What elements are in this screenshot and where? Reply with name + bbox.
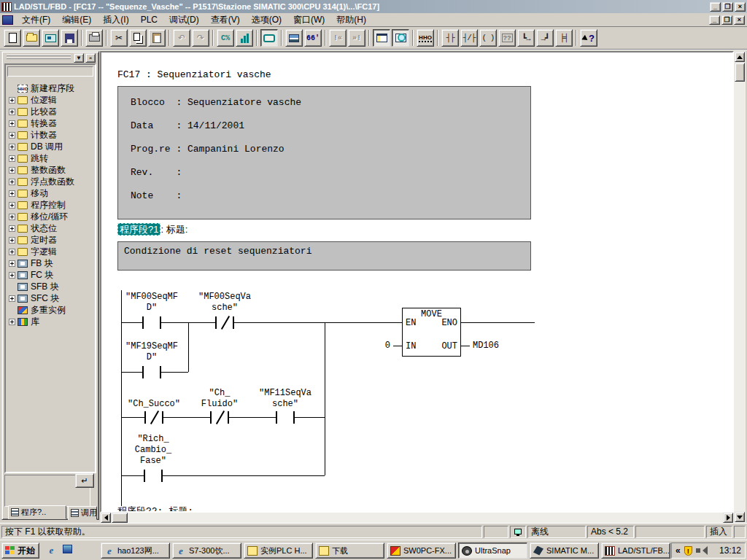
tree-item-float-math[interactable]: 浮点数函数 <box>7 176 95 187</box>
insert-coil-button[interactable]: ( ) <box>479 29 497 47</box>
open-button[interactable] <box>23 29 40 47</box>
close-button[interactable]: × <box>735 2 746 12</box>
new-button[interactable] <box>4 29 21 47</box>
tree-item-jump[interactable]: 跳转 <box>7 152 95 164</box>
insert-connector-button[interactable]: ╞╡ <box>555 29 573 47</box>
dock-close-button[interactable]: × <box>85 53 96 63</box>
expand-icon[interactable] <box>9 190 15 197</box>
horizontal-scrollbar[interactable] <box>100 513 734 523</box>
nc-contact-ch-succo[interactable] <box>144 411 163 424</box>
open-station-button[interactable] <box>42 29 59 47</box>
security-shield-icon[interactable]: ! <box>684 546 692 556</box>
save-button[interactable] <box>61 29 78 47</box>
volume-icon[interactable] <box>696 548 700 553</box>
menu-edit[interactable]: 编辑(E) <box>56 12 97 28</box>
menu-file[interactable]: 文件(F) <box>16 12 56 28</box>
menu-insert[interactable]: 插入(I) <box>97 12 134 28</box>
tree-item-fc-blocks[interactable]: FC 块 <box>7 269 95 281</box>
tree-item-libraries[interactable]: 库 <box>7 316 95 327</box>
block-info-box[interactable]: Blocco : Sequenziatore vasche Data : 14/… <box>117 86 531 219</box>
tree-item-comparator[interactable]: 比较器 <box>7 106 95 117</box>
scroll-left-button[interactable] <box>101 513 111 523</box>
vertical-scroll-thumb[interactable] <box>735 63 745 82</box>
dock-jump-button[interactable]: ↵ <box>75 473 94 488</box>
move-in-value[interactable]: 0 <box>370 341 390 351</box>
expand-icon[interactable] <box>9 319 15 325</box>
scroll-up-button[interactable] <box>735 52 745 62</box>
mdi-minimize-button[interactable]: _ <box>709 15 720 25</box>
tree-item-multi-instance[interactable]: 多重实例 <box>7 304 95 316</box>
nc-contact-ch-fluido[interactable] <box>210 411 229 424</box>
tray-chevron[interactable]: « <box>676 545 681 556</box>
tree-item-converter[interactable]: 转换器 <box>7 117 95 129</box>
no-contact-mf11seqvasche[interactable] <box>276 411 295 424</box>
network-label-selected[interactable]: 程序段?1 <box>117 223 160 236</box>
tree-item-sfb-blocks[interactable]: SFB 块 <box>7 281 95 292</box>
tab-call-structure[interactable]: 调用 <box>68 506 97 520</box>
context-help-button[interactable]: ? <box>580 29 597 47</box>
dock-gripper[interactable] <box>7 55 71 56</box>
move-block[interactable]: MOVE EN ENO IN OUT <box>402 308 461 357</box>
expand-icon[interactable] <box>9 97 15 104</box>
new-network-button[interactable]: HHO <box>417 29 434 47</box>
open-branch-button[interactable]: ┗→ <box>517 29 535 47</box>
cut-button[interactable]: ✂ <box>110 29 128 47</box>
expand-icon[interactable] <box>9 202 15 209</box>
insert-nc-contact-button[interactable]: ┤/├ <box>460 29 478 47</box>
tree-item-fb-blocks[interactable]: FB 块 <box>7 257 95 269</box>
restore-button[interactable]: ❐ <box>722 2 733 12</box>
network-comment-box[interactable]: Condizione di reset sequenziatori <box>117 241 531 271</box>
taskbar-task-lad-stl-fbd[interactable]: LAD/STL/FB... <box>601 542 670 559</box>
tree-item-counter[interactable]: 计数器 <box>7 129 95 141</box>
copy-button[interactable] <box>129 29 147 47</box>
expand-icon[interactable] <box>9 132 15 139</box>
tray-clock[interactable]: 13:12 <box>719 545 741 556</box>
tree-item-bit-logic[interactable]: 位逻辑 <box>7 94 95 106</box>
menu-help[interactable]: 帮助(H) <box>330 12 372 28</box>
mdi-child-icon[interactable] <box>2 15 13 25</box>
symbol-info-button[interactable]: 66' <box>304 29 322 47</box>
paste-button[interactable] <box>148 29 166 47</box>
start-button[interactable]: 开始 <box>1 542 39 559</box>
scroll-right-button[interactable] <box>723 513 733 523</box>
vertical-scrollbar[interactable] <box>734 51 746 523</box>
expand-icon[interactable] <box>9 214 15 220</box>
undo-button[interactable]: ↶ <box>173 29 190 47</box>
tree-item-word-logic[interactable]: 字逻辑 <box>7 246 95 257</box>
no-contact-rich-cambio-fase[interactable] <box>144 470 163 482</box>
move-out-operand[interactable]: MD106 <box>473 341 499 351</box>
taskbar-task-s7-300[interactable]: eS7-300饮... <box>172 542 241 559</box>
expand-icon[interactable] <box>9 260 15 267</box>
taskbar-task-plc-folder[interactable]: 实例PLC H... <box>244 542 313 559</box>
menu-window[interactable]: 窗口(W) <box>287 12 330 28</box>
minimize-button[interactable]: _ <box>710 2 721 12</box>
redo-button[interactable]: ↷ <box>192 29 209 47</box>
insert-empty-box-button[interactable]: ?? <box>498 29 516 47</box>
tree-item-db-call[interactable]: DB 调用 <box>7 141 95 152</box>
tab-program-elements[interactable]: 程序?.. <box>8 505 66 519</box>
mdi-close-button[interactable]: × <box>734 15 745 25</box>
expand-icon[interactable] <box>9 144 15 150</box>
tree-item-sfc-blocks[interactable]: SFC 块 <box>7 292 95 304</box>
no-contact-mf00seqmfd[interactable] <box>142 316 161 329</box>
tree-item-integer-math[interactable]: 整数函数 <box>7 164 95 176</box>
detail-view-button[interactable] <box>392 29 409 47</box>
expand-icon[interactable] <box>9 295 15 302</box>
expand-icon[interactable] <box>9 109 15 115</box>
overview-toggle-button[interactable] <box>373 29 390 47</box>
print-button[interactable] <box>85 29 103 47</box>
quick-launch-ie-icon[interactable]: e <box>45 544 58 556</box>
expand-icon[interactable] <box>9 272 15 279</box>
tree-item-shift-rotate[interactable]: 移位/循环 <box>7 211 95 222</box>
menu-plc[interactable]: PLC <box>135 13 163 26</box>
taskbar-task-download[interactable]: 下载 <box>315 542 384 559</box>
address-button[interactable] <box>285 29 303 47</box>
no-contact-mf19seqmfd[interactable] <box>142 366 161 378</box>
menu-view[interactable]: 查看(V) <box>205 12 246 28</box>
mdi-restore-button[interactable]: ❐ <box>721 15 732 25</box>
insert-no-contact-button[interactable]: ┤├ <box>441 29 459 47</box>
tree-item-move[interactable]: 移动 <box>7 187 95 199</box>
tree-item-timers[interactable]: 定时器 <box>7 234 95 246</box>
close-branch-button[interactable]: →┛ <box>536 29 554 47</box>
expand-icon[interactable] <box>9 120 15 127</box>
